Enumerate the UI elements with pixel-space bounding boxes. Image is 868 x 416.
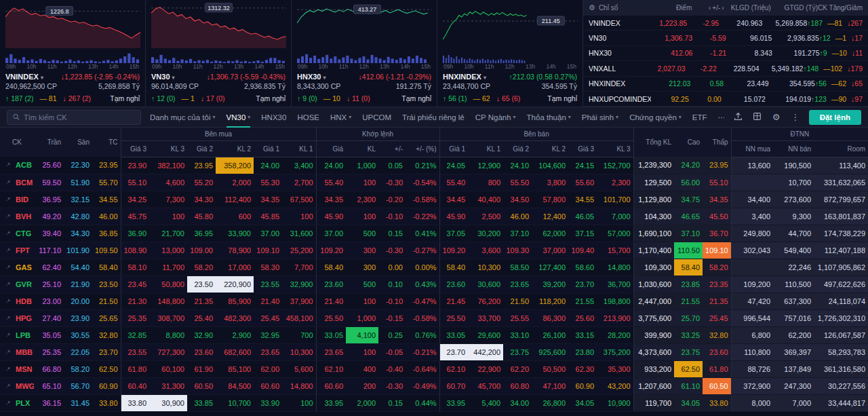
index-name-dropdown[interactable]: VN30 ▾ <box>151 73 175 81</box>
pin-icon[interactable] <box>5 331 12 339</box>
nav-item-tr-i-phi-u-ri-ng-l-[interactable]: Trái phiếu riêng lẻ <box>402 107 465 128</box>
place-order-button[interactable]: Đặt lệnh <box>809 110 861 125</box>
time-label: 12h <box>505 63 515 71</box>
col-match-vol[interactable]: KL <box>346 140 378 157</box>
nav-item-vn30[interactable]: VN30 ▾ <box>226 107 251 128</box>
index-name-dropdown[interactable]: HNX30 ▾ <box>297 73 326 81</box>
search-input[interactable] <box>24 113 135 121</box>
pin-icon[interactable] <box>5 161 12 169</box>
cell-sk1: 442,200 <box>468 343 503 360</box>
cell-fsell: 110,500 <box>773 276 814 292</box>
col-buy-price3[interactable]: Giá 3 <box>121 140 149 157</box>
stock-row-HPG[interactable]: HPG27.4023.9025.6525.35308,70025.40482,3… <box>0 309 868 326</box>
index-settings-icon[interactable]: ⚙ <box>589 3 595 12</box>
pin-icon[interactable] <box>5 195 12 204</box>
index-name-dropdown[interactable]: HNXINDEX ▾ <box>443 73 486 81</box>
index-row-hnxupcomindex[interactable]: HNXUPCOMINDEX92.250.0015.072194.019↑123—… <box>583 92 868 107</box>
col-high[interactable]: Cao <box>674 128 703 157</box>
stock-row-GAS[interactable]: GAS62.4054.4058.4058.1011,70058.2017,000… <box>0 259 868 276</box>
stock-row-BID[interactable]: BID36.9532.1534.5534.257,30034.30112,400… <box>0 191 868 208</box>
col-sell-price2[interactable]: Giá 2 <box>503 140 532 157</box>
col-change-pct[interactable]: +/- (%) <box>406 140 439 157</box>
index-row-vnxall[interactable]: VNXALL2,027.03-2.22228.5045,349.182↑148—… <box>583 61 868 76</box>
pin-icon[interactable] <box>5 382 12 390</box>
pin-icon[interactable] <box>5 365 12 373</box>
export-icon[interactable] <box>733 112 744 122</box>
col-room[interactable]: Room <box>814 140 868 157</box>
col-change[interactable]: +/- <box>378 140 406 157</box>
kebab-menu-icon[interactable]: ⋮ <box>790 113 801 121</box>
index-row-vnindex[interactable]: VNINDEX1,223.85-2.95240.9635,269.858↑187… <box>583 16 868 31</box>
next-column-icon[interactable]: › <box>720 4 725 12</box>
nav-item-hnx30[interactable]: HNX30 <box>261 107 286 128</box>
col-total-volume[interactable]: Tổng KL <box>633 128 674 157</box>
excel-export-icon[interactable] <box>752 112 763 122</box>
col-sell-vol1[interactable]: KL 1 <box>468 140 503 157</box>
pin-icon[interactable] <box>5 280 12 288</box>
stock-row-MWG[interactable]: MWG65.1056.7060.9060.4031,30060.5084,500… <box>0 377 868 394</box>
pin-icon[interactable] <box>5 178 12 187</box>
stock-row-MSN[interactable]: MSN66.8058.2062.5061.8060,10061.9085,100… <box>0 360 868 377</box>
stock-row-FPT[interactable]: FPT117.10101.90109.50108.9013,000109.007… <box>0 242 868 259</box>
pin-icon[interactable] <box>5 212 12 221</box>
pin-icon[interactable] <box>5 263 12 271</box>
stock-row-LPB[interactable]: LPB35.0530.5532.8032.858,80032.902,90032… <box>0 326 868 343</box>
col-sell-vol2[interactable]: KL 2 <box>532 140 568 157</box>
col-foreign-buy[interactable]: NN mua <box>731 140 773 157</box>
nav-item-cp-ng-nh[interactable]: CP Ngành ▾ <box>475 107 516 128</box>
nav-item-th-a-thu-n[interactable]: Thỏa thuận ▾ <box>527 107 571 128</box>
nav-item-etf[interactable]: ETF <box>692 107 707 128</box>
index-name-dropdown[interactable]: VNINDEX ▾ <box>5 73 43 81</box>
cell-high: 61.10 <box>674 377 703 394</box>
col-low[interactable]: Thấp <box>703 128 731 157</box>
col-sell-vol3[interactable]: KL 3 <box>597 140 633 157</box>
stock-row-CTG[interactable]: CTG39.4034.3036.8536.9021,70036.9533,900… <box>0 225 868 242</box>
cell-floor: 21.90 <box>64 276 92 292</box>
stock-row-HDB[interactable]: HDB23.0020.0021.5021.30148,80021.3585,90… <box>0 292 868 309</box>
col-buy-price1[interactable]: Giá 1 <box>254 140 282 157</box>
stock-row-BVH[interactable]: BVH49.2042.8046.0045.7510045.8060045.851… <box>0 208 868 225</box>
cell-room: 331,632,065 <box>814 174 868 191</box>
stock-row-PLX[interactable]: PLX36.1531.4533.8033.8030,90033.8510,700… <box>0 394 868 411</box>
col-buy-price2[interactable]: Giá 2 <box>187 140 216 157</box>
index-row-hnx30[interactable]: HNX30412.06-1.218.343191.275↑9—10↓11 <box>583 46 868 61</box>
stock-row-MBB[interactable]: MBB25.3522.0523.7023.55727,30023.60682,6… <box>0 343 868 360</box>
index-row-hnxindex[interactable]: HNXINDEX212.030.5823.449354.595↑56—62↓65 <box>583 77 868 92</box>
nav-item-upcom[interactable]: UPCOM <box>362 107 391 128</box>
col-buy-vol3[interactable]: KL 3 <box>149 140 187 157</box>
pin-icon[interactable] <box>5 246 12 254</box>
col-sell-price1[interactable]: Giá 1 <box>439 140 468 157</box>
nav-more-menu[interactable]: ⋯ <box>718 107 724 128</box>
cell-sg2: 25.55 <box>503 309 532 326</box>
pin-icon[interactable] <box>5 399 12 407</box>
pin-icon[interactable] <box>5 297 12 305</box>
col-floor[interactable]: Sàn <box>64 128 92 157</box>
pin-icon[interactable] <box>5 314 12 322</box>
search-box[interactable] <box>7 110 141 125</box>
nav-item-ph-i-sinh[interactable]: Phái sinh ▾ <box>582 107 618 128</box>
col-buy-vol2[interactable]: KL 2 <box>216 140 254 157</box>
col-ceiling[interactable]: Trần <box>34 128 64 157</box>
stock-row-BCM[interactable]: BCM59.5051.9055.7055.104,60055.202,00055… <box>0 174 868 191</box>
col-reference[interactable]: TC <box>92 128 121 157</box>
cell-pct: 0.00% <box>406 259 439 276</box>
index-point: 1,223.85 <box>650 19 687 27</box>
pin-icon[interactable] <box>5 348 12 356</box>
nav-item-danh-m-c-c-a-t-i[interactable]: Danh mục của tôi ▾ <box>150 107 216 128</box>
settings-gear-icon[interactable]: ⚙ <box>771 113 782 121</box>
nav-item-ch-ng-quy-n[interactable]: Chứng quyền ▾ <box>629 107 682 128</box>
col-sell-price3[interactable]: Giá 3 <box>568 140 597 157</box>
stock-row-GVR[interactable]: GVR25.1021.9023.5023.4550,80023.50220,90… <box>0 276 868 292</box>
nav-item-hose[interactable]: HOSE <box>297 107 319 128</box>
cell-sk1: 22,900 <box>468 360 503 377</box>
col-buy-vol1[interactable]: KL 1 <box>282 140 316 157</box>
col-foreign-sell[interactable]: NN bán <box>773 140 814 157</box>
col-match-price[interactable]: Giá <box>316 140 346 157</box>
pin-icon[interactable] <box>5 229 12 238</box>
nav-item-hnx[interactable]: HNX ▾ <box>330 107 351 128</box>
index-row-vn30[interactable]: VN301,306.73-5.5996.0152,936.835↑12—1↓17 <box>583 31 868 45</box>
cell-sg3: 55.60 <box>568 174 597 191</box>
stock-row-ACB[interactable]: ACB25.6022.3023.9523.90382,10023.95358,2… <box>0 157 868 174</box>
col-ck[interactable]: CK <box>0 128 34 157</box>
cell-sg3: 34.55 <box>568 191 597 208</box>
